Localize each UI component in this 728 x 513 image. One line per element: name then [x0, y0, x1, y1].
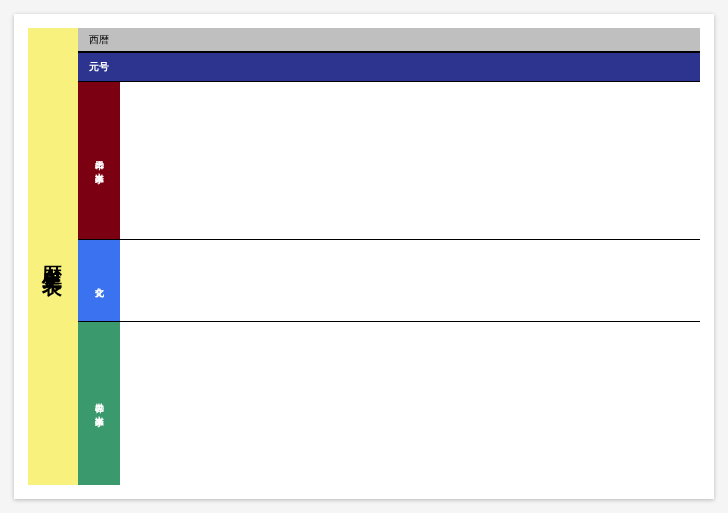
label-world-events: 世界の出来事 — [78, 322, 120, 485]
row-world-events: 世界の出来事 — [78, 322, 700, 485]
label-gengo: 元号 — [78, 53, 120, 81]
label-culture: 文化 — [78, 240, 120, 321]
table-title: 歴史年表 — [40, 249, 67, 265]
row-seireki: 西暦 — [78, 28, 700, 52]
content-gengo — [120, 53, 700, 81]
rows-container: 西暦 元号 日本の出来事 文化 世界の出来事 — [78, 28, 700, 485]
timeline-sheet: 歴史年表 西暦 元号 日本の出来事 文化 世界の出来事 — [14, 14, 714, 499]
label-world-events-text: 世界の出来事 — [93, 396, 106, 412]
label-japan-events-text: 日本の出来事 — [93, 153, 106, 169]
label-japan-events: 日本の出来事 — [78, 82, 120, 239]
content-world-events — [120, 322, 700, 485]
title-column: 歴史年表 — [28, 28, 78, 485]
row-culture: 文化 — [78, 240, 700, 322]
content-japan-events — [120, 82, 700, 239]
label-culture-text: 文化 — [93, 280, 106, 282]
content-seireki — [120, 28, 700, 51]
label-seireki: 西暦 — [78, 28, 120, 51]
content-culture — [120, 240, 700, 321]
row-gengo: 元号 — [78, 52, 700, 82]
row-japan-events: 日本の出来事 — [78, 82, 700, 240]
